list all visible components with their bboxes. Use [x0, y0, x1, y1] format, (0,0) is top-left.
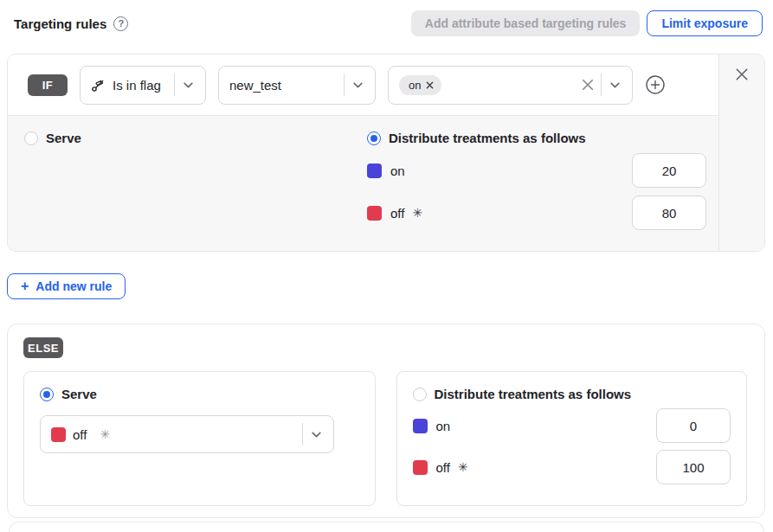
clear-selection-icon[interactable] — [582, 79, 594, 91]
remove-rule-close-icon[interactable] — [735, 67, 749, 81]
next-section-card-edge — [9, 522, 764, 532]
treatment-label: off — [436, 460, 450, 475]
chevron-down-icon — [351, 79, 364, 92]
treatment-on-swatch — [413, 419, 428, 433]
rule-close-column — [718, 54, 764, 251]
pill-label: on — [409, 79, 421, 92]
else-options-row: Serve off ✳ Distribute treatments as fol… — [23, 371, 747, 506]
percentage-input-off[interactable] — [632, 195, 706, 230]
help-icon[interactable]: ? — [113, 16, 128, 31]
treatment-multiselect[interactable]: on — [388, 66, 633, 105]
pill-remove-icon[interactable] — [426, 81, 434, 89]
else-serve-radio[interactable] — [40, 388, 54, 401]
treatment-off-swatch — [51, 427, 66, 442]
header: Targeting rules ? Add attribute based ta… — [0, 0, 773, 38]
distribute-label: Distribute treatments as follows — [389, 131, 586, 145]
divider — [601, 74, 602, 96]
divider — [174, 74, 175, 96]
else-distribute-radio[interactable] — [413, 388, 427, 401]
else-percentage-input-off[interactable] — [656, 450, 731, 484]
rule-condition-row: IF Is in flag — [8, 54, 718, 116]
treatment-off-swatch — [367, 206, 382, 221]
treatment-value: off — [73, 427, 87, 442]
add-condition-plus-icon[interactable] — [645, 74, 666, 95]
header-actions: Add attribute based targeting rules Limi… — [411, 10, 763, 36]
treatment-row-on: on — [413, 408, 731, 443]
selected-treatment-pill: on — [399, 75, 441, 95]
matcher-label: Is in flag — [113, 78, 161, 93]
default-treatment-icon: ✳ — [412, 206, 422, 220]
chevron-down-icon — [310, 428, 323, 441]
rule-serve-section: Serve Distribute treatments as follows o… — [8, 116, 718, 251]
else-serve-label: Serve — [61, 387, 97, 401]
else-percentage-input-on[interactable] — [656, 408, 731, 443]
treatment-label: on — [390, 163, 405, 178]
else-badge: ELSE — [23, 337, 63, 358]
flag-icon — [91, 78, 106, 93]
chevron-down-icon — [609, 79, 622, 92]
add-attribute-rules-button[interactable]: Add attribute based targeting rules — [411, 10, 641, 36]
matcher-select[interactable]: Is in flag — [80, 66, 206, 105]
else-distribute-card: Distribute treatments as follows on off … — [396, 371, 748, 506]
treatment-row-off: off ✳ — [367, 195, 706, 230]
divider — [344, 74, 345, 96]
add-new-rule-button[interactable]: + Add new rule — [7, 273, 126, 299]
divider — [302, 423, 303, 445]
treatment-row-on: on — [367, 153, 706, 188]
treatment-row-off: off ✳ — [413, 450, 731, 484]
page-title: Targeting rules — [14, 16, 106, 31]
treatment-off-swatch — [413, 460, 428, 475]
serve-radio[interactable] — [24, 131, 38, 145]
else-serve-card: Serve off ✳ — [23, 371, 376, 506]
serve-option: Serve — [24, 131, 367, 236]
else-distribute-label: Distribute treatments as follows — [435, 387, 632, 401]
treatment-label: off — [390, 206, 404, 221]
percentage-input-on[interactable] — [632, 153, 706, 188]
treatment-label: on — [436, 419, 451, 433]
targeting-rules-page: Targeting rules ? Add attribute based ta… — [0, 0, 773, 532]
plus-icon: + — [21, 279, 29, 294]
add-new-rule-label: Add new rule — [35, 279, 112, 293]
else-rule-card: ELSE Serve off ✳ — [7, 324, 765, 518]
if-badge: IF — [28, 74, 68, 96]
limit-exposure-button[interactable]: Limit exposure — [647, 10, 763, 36]
rule-card: IF Is in flag — [7, 54, 765, 252]
default-treatment-icon: ✳ — [100, 427, 110, 441]
distribute-radio[interactable] — [367, 131, 381, 145]
serve-label: Serve — [46, 131, 81, 145]
flag-name-select[interactable]: new_test — [218, 66, 376, 105]
treatment-on-swatch — [367, 163, 382, 178]
distribute-option: Distribute treatments as follows on off … — [367, 131, 706, 236]
chevron-down-icon — [182, 79, 195, 92]
flag-name-value: new_test — [229, 78, 281, 93]
rule-main: IF Is in flag — [8, 54, 718, 251]
else-treatment-select[interactable]: off ✳ — [40, 415, 334, 453]
default-treatment-icon: ✳ — [458, 460, 468, 474]
